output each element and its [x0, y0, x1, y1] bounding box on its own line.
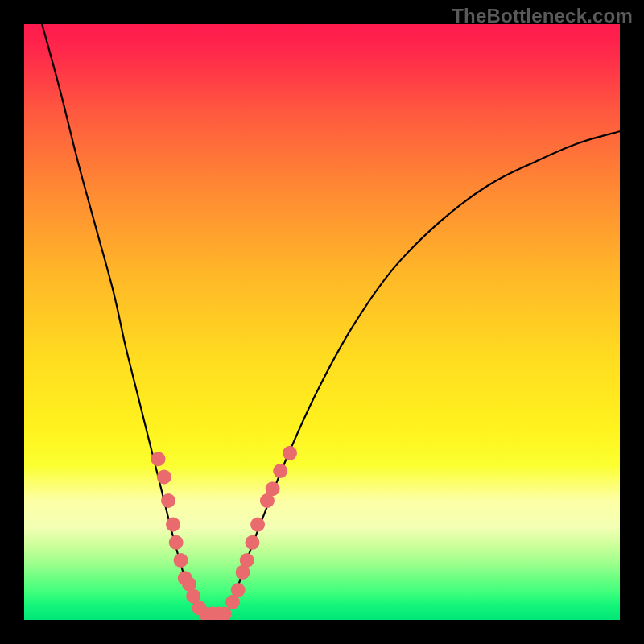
data-point — [283, 446, 297, 460]
data-point — [174, 553, 188, 568]
data-point — [245, 535, 259, 550]
data-point — [157, 469, 171, 484]
data-point — [166, 518, 180, 532]
data-point — [217, 607, 232, 621]
bottleneck-curve-chart — [0, 0, 644, 644]
data-point — [169, 535, 184, 550]
data-point — [231, 583, 246, 597]
watermark-text: TheBottleneck.com — [452, 5, 633, 27]
data-point — [240, 553, 254, 568]
data-point — [273, 464, 287, 478]
data-point — [250, 518, 265, 532]
plot-gradient-background — [24, 24, 620, 620]
data-point — [266, 481, 280, 496]
data-point — [151, 452, 166, 466]
bottleneck-plot-stage — [0, 0, 644, 644]
data-point — [161, 493, 175, 508]
